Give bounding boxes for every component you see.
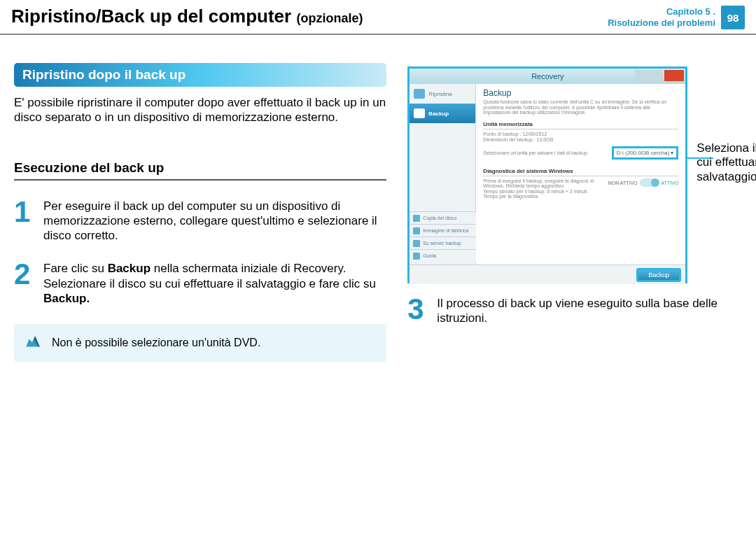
backup-point: Punto di backup : 12/09/2012	[483, 132, 678, 136]
page-header: Ripristino/Back up del computer (opziona…	[0, 0, 756, 35]
step-text: Per eseguire il back up del computer su …	[43, 199, 386, 244]
sidebar-item-backup[interactable]: Backup	[410, 104, 475, 123]
select-drive-label: Selezionare un'unità per salvare i dati …	[483, 150, 588, 155]
diagnostics-section-label: Diagnostica del sistema Windows	[483, 168, 678, 176]
page-title-suffix: (opzionale)	[296, 11, 363, 25]
step-number: 2	[14, 261, 35, 306]
diag-text-1: Prima di eseguire il backup, eseguire la…	[483, 178, 601, 188]
bottom-bar: Backup	[410, 265, 685, 284]
panel-heading: Backup	[483, 88, 678, 98]
page-number-badge: 98	[721, 6, 745, 29]
panel-description: Questa funzione salva lo stato corrente …	[483, 99, 678, 115]
disk-select-dropdown[interactable]: D:\ (200.0GB cercha) ▾	[612, 146, 679, 160]
intro-paragraph: E' possibile ripristinare il computer do…	[14, 95, 386, 125]
step-text: Fare clic su Backup nella schermata iniz…	[43, 261, 386, 306]
sidebar-disk-copy[interactable]: Copia del disco	[410, 211, 476, 224]
step-3: 3 Il processo di back up viene eseguito …	[407, 296, 742, 326]
chevron-down-icon: ▾	[671, 150, 673, 156]
recovery-window-screenshot: Recovery Ripristina Backup	[407, 66, 687, 283]
window-title: Recovery	[531, 72, 564, 80]
note-icon	[24, 334, 42, 352]
close-icon[interactable]	[664, 70, 684, 81]
chapter-info: Capitolo 5 . Risoluzione dei problemi	[608, 6, 715, 28]
sidebar-server-backup[interactable]: Su server backup	[410, 237, 476, 249]
step-1: 1 Per eseguire il back up del computer s…	[14, 199, 386, 244]
callout-text: Seleziona il disco su cui effettuare il …	[696, 141, 756, 184]
diag-text-2: Tempo stimato per il backup: 8 minuti + …	[483, 189, 601, 199]
step-number: 3	[407, 296, 428, 326]
step-number: 1	[14, 199, 35, 244]
header-right: Capitolo 5 . Risoluzione dei problemi 98	[608, 6, 745, 29]
note-box: Non è possibile selezionare un'unità DVD…	[14, 324, 386, 362]
diagnostics-toggle[interactable]: NON ATTIVO ATTIVO	[608, 178, 679, 187]
window-titlebar: Recovery	[410, 69, 685, 84]
sidebar-bottom-buttons: Copia del disco Immagine di fabbrica Su …	[410, 211, 476, 262]
section-heading: Ripristino dopo il back up	[14, 63, 386, 87]
backup-button[interactable]: Backup	[636, 268, 681, 282]
note-text: Non è possibile selezionare un'unità DVD…	[52, 337, 260, 349]
backup-icon	[414, 108, 425, 118]
sidebar-factory-image[interactable]: Immagine di fabbrica	[410, 224, 476, 237]
step-2: 2 Fare clic su Backup nella schermata in…	[14, 261, 386, 306]
main-panel: Backup Questa funzione salva lo stato co…	[476, 84, 685, 265]
sidebar-guide[interactable]: Guida	[410, 249, 476, 262]
storage-section-label: Unità memorizzata	[483, 121, 678, 129]
chapter-line-1: Capitolo 5 .	[608, 6, 715, 17]
window-min-max[interactable]	[635, 70, 663, 81]
page-title-block: Ripristino/Back up del computer (opziona…	[11, 6, 363, 27]
chapter-line-2: Risoluzione dei problemi	[608, 17, 715, 29]
backup-size: Dimensioni del backup : 13.0GB	[483, 137, 678, 142]
step-text: Il processo di back up viene eseguito su…	[437, 296, 742, 326]
sub-heading: Esecuzione del back up	[14, 160, 386, 181]
sidebar-item-restore[interactable]: Ripristina	[410, 84, 475, 104]
restore-icon	[414, 89, 425, 99]
screenshot-with-callout: Recovery Ripristina Backup	[407, 66, 742, 283]
page-title: Ripristino/Back up del computer	[11, 6, 291, 27]
